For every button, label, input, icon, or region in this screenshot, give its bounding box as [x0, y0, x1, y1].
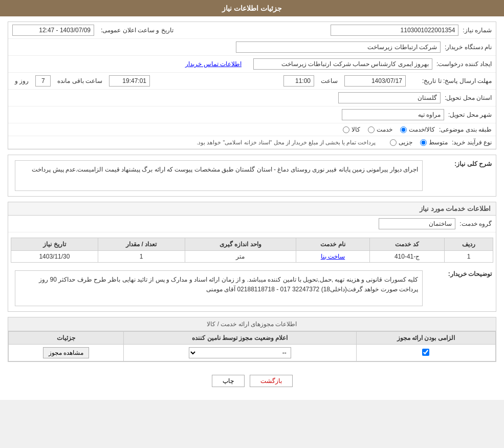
- creator-value: بهروز ایمری کارشناس حساب شرکت ارتباطات ز…: [253, 58, 432, 70]
- status-select[interactable]: --: [189, 347, 291, 358]
- col-name: نام خدمت: [296, 238, 369, 251]
- col-date: تاریخ نیاز: [11, 238, 98, 251]
- category-khedmat-radio[interactable]: [368, 126, 375, 133]
- description-label: شرح کلی نیاز:: [425, 158, 492, 167]
- category-radio-group: کالا خدمت کالا/خدمت: [343, 126, 435, 133]
- table-row: -- مشاهده مجوز: [9, 345, 496, 361]
- buyer-org-value: شرکت ارتباطات زیرساخت: [236, 41, 441, 53]
- content-area: شماره نیاز: 1103001022001354 تاریخ و ساع…: [0, 16, 504, 400]
- permissions-table: الزامی بودن ارائه مجوز اعلام وضعیت مجوز …: [8, 331, 496, 361]
- services-section: اطلاعات خدمات مورد نیاز گروه خدمت: ساختم…: [8, 202, 496, 312]
- col-details: جزئیات: [9, 332, 124, 345]
- view-permit-button[interactable]: مشاهده مجوز: [43, 347, 89, 358]
- back-button[interactable]: بازگشت: [250, 375, 293, 387]
- row-city: شهر محل تحویل: مراوه تپه: [8, 106, 496, 123]
- row-deadline: مهلت ارسال پاسخ: تا تاریخ: 1403/07/17 سا…: [8, 73, 496, 90]
- page-title: جزئیات اطلاعات نیاز: [0, 0, 504, 16]
- category-label: طبقه بندی موضوعی:: [439, 126, 492, 133]
- process-jozvi-item[interactable]: جزیی: [390, 139, 412, 146]
- permissions-section-title: اطلاعات مجوزهای ارائه خدمت / کالا: [8, 317, 496, 331]
- category-kala-khedmat-radio[interactable]: [400, 126, 407, 133]
- announce-value: 1403/07/09 - 12:47: [12, 25, 94, 36]
- request-number-value: 1103001022001354: [331, 25, 458, 36]
- cell-required: [356, 345, 495, 361]
- city-value: مراوه تپه: [342, 109, 444, 120]
- process-motavaset-label: متوسط: [429, 139, 448, 146]
- service-group-value: ساختمان: [379, 218, 455, 229]
- required-checkbox[interactable]: [422, 349, 429, 356]
- deadline-label: مهلت ارسال پاسخ: تا تاریخ:: [410, 77, 492, 84]
- main-info-section: شماره نیاز: 1103001022001354 تاریخ و ساع…: [8, 22, 496, 150]
- announce-label: تاریخ و ساعت اعلان عمومی:: [101, 27, 173, 34]
- col-code: کد خدمت: [369, 238, 444, 251]
- category-kala-label: کالا: [352, 126, 360, 133]
- deadline-remaining-label: ساعت باقی مانده: [57, 77, 102, 84]
- category-khedmat-label: خدمت: [377, 126, 392, 133]
- category-khedmat-item[interactable]: خدمت: [368, 126, 392, 133]
- category-kala-khedmat-label: کالا/خدمت: [409, 126, 435, 133]
- service-group-label: گروه خدمت:: [459, 220, 492, 227]
- row-province: استان محل تحویل: گلستان: [8, 90, 496, 106]
- buyer-notes-value: کلیه کسورات قانونی و هزینه تهیه ,حمل,تحو…: [15, 270, 423, 306]
- process-motavaset-radio[interactable]: [420, 139, 427, 146]
- print-button[interactable]: چاپ: [212, 375, 245, 387]
- col-required: الزامی بودن ارائه مجوز: [356, 332, 495, 345]
- permissions-section: اطلاعات مجوزهای ارائه خدمت / کالا الزامی…: [8, 317, 496, 362]
- category-kala-item[interactable]: کالا: [343, 126, 360, 133]
- category-kala-radio[interactable]: [343, 126, 349, 133]
- deadline-date: 1403/07/17: [344, 75, 406, 87]
- buyer-notes-row: توضیحات خریدار: کلیه کسورات قانونی و هزی…: [8, 265, 496, 311]
- buyer-notes-label: توضیحات خریدار:: [425, 268, 492, 278]
- request-number-label: شماره نیاز:: [463, 27, 492, 34]
- row-creator: ایجاد کننده درخواست: بهروز ایمری کارشناس…: [8, 56, 496, 73]
- row-category: طبقه بندی موضوعی: کالا خدمت کالا/خدمت: [8, 123, 496, 136]
- deadline-time-label: ساعت: [321, 77, 338, 84]
- cell-qty: 1: [98, 251, 185, 263]
- process-note: پرداخت تمام یا بخشی از مبلغ خریدار از مح…: [196, 139, 376, 146]
- services-table: ردیف کد خدمت نام خدمت واحد اندازه گیری ت…: [11, 238, 493, 263]
- cell-code: ج-41-410: [369, 251, 444, 263]
- services-table-container: ردیف کد خدمت نام خدمت واحد اندازه گیری ت…: [8, 232, 496, 265]
- category-kala-khedmat-item[interactable]: کالا/خدمت: [400, 126, 435, 133]
- deadline-days-label: روز و: [15, 77, 29, 84]
- province-value: گلستان: [338, 92, 441, 103]
- process-motavaset-item[interactable]: متوسط: [420, 139, 448, 146]
- creator-contact-link[interactable]: اطلاعات تماس خریدار: [185, 60, 242, 68]
- cell-unit: متر: [185, 251, 296, 263]
- row-buyer-org: نام دستگاه خریدار: شرکت ارتباطات زیرساخت: [8, 39, 496, 56]
- deadline-days: 7: [35, 75, 51, 87]
- row-request-number: شماره نیاز: 1103001022001354 تاریخ و ساع…: [8, 22, 496, 39]
- province-label: استان محل تحویل:: [445, 94, 492, 101]
- process-jozvi-label: جزیی: [399, 139, 412, 146]
- bottom-buttons: بازگشت چاپ: [8, 367, 496, 395]
- deadline-remaining: 19:47:01: [109, 75, 150, 87]
- description-section: شرح کلی نیاز: اجرای دیوار پیرامونی زمین …: [8, 155, 496, 197]
- row-process-type: نوع فرآیند خرید: جزیی متوسط پرداخت تمام …: [8, 136, 496, 149]
- cell-row: 1: [445, 251, 493, 263]
- cell-date: 1403/11/30: [11, 251, 98, 263]
- process-radio-group: جزیی متوسط: [390, 139, 448, 146]
- services-info-title: اطلاعات خدمات مورد نیاز: [8, 202, 496, 216]
- col-status: اعلام وضعیت مجوز توسط نامین کننده: [123, 332, 356, 345]
- deadline-time: 11:00: [283, 75, 314, 87]
- cell-details: مشاهده مجوز: [9, 345, 124, 361]
- buyer-org-label: نام دستگاه خریدار:: [445, 44, 492, 51]
- row-service-group: گروه خدمت: ساختمان: [8, 216, 496, 232]
- creator-label: ایجاد کننده درخواست:: [436, 60, 492, 68]
- col-unit: واحد اندازه گیری: [185, 238, 296, 251]
- page-container: جزئیات اطلاعات نیاز شماره نیاز: 11030010…: [0, 0, 504, 400]
- col-row: ردیف: [445, 238, 493, 251]
- col-qty: تعداد / مقدار: [98, 238, 185, 251]
- description-value: اجرای دیوار پیرامونی زمین پایانه فیبر نو…: [15, 160, 423, 191]
- process-type-label: نوع فرآیند خرید:: [452, 139, 492, 146]
- cell-status: --: [123, 345, 356, 361]
- cell-name[interactable]: ساخت بنا: [296, 251, 369, 263]
- process-jozvi-radio[interactable]: [390, 139, 397, 146]
- table-row: 1 ج-41-410 ساخت بنا متر 1 1403/11/30: [11, 251, 493, 263]
- city-label: شهر محل تحویل:: [448, 111, 492, 118]
